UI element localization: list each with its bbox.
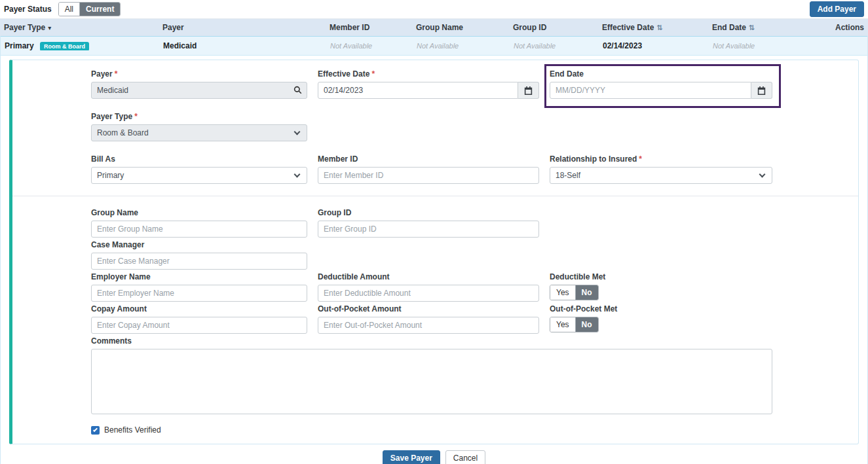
search-icon[interactable] — [293, 86, 302, 94]
end-date-input[interactable] — [550, 82, 751, 99]
sort-icon: ⇅ — [656, 24, 662, 32]
bill-as-label: Bill As — [91, 154, 307, 164]
field-copay-amount: Copay Amount — [91, 304, 307, 334]
effective-date-input[interactable] — [318, 82, 518, 99]
deductible-amount-input[interactable] — [318, 285, 539, 302]
chevron-down-icon — [294, 171, 301, 178]
field-oop-met: Out-of-Pocket Met Yes No — [550, 304, 772, 334]
required-marker: * — [134, 112, 138, 121]
member-id-label: Member ID — [318, 154, 539, 164]
field-relationship: Relationship to Insured* 18-Self — [550, 154, 772, 184]
employer-name-label: Employer Name — [91, 272, 307, 282]
field-bill-as: Bill As Primary — [91, 154, 307, 184]
row-payer: Medicaid — [163, 41, 330, 50]
oop-met-no-button[interactable]: No — [575, 317, 598, 332]
oop-met-label: Out-of-Pocket Met — [550, 304, 772, 314]
column-header-effective-date[interactable]: Effective Date ⇅ — [602, 23, 712, 32]
chevron-down-icon — [294, 129, 301, 135]
payer-status-current-button[interactable]: Current — [79, 3, 120, 16]
deductible-amount-label: Deductible Amount — [318, 272, 539, 282]
end-date-label: End Date — [550, 69, 772, 79]
employer-name-input[interactable] — [91, 285, 307, 302]
row-group-id: Not Available — [514, 42, 603, 50]
payer-details: Payer* Effective Date* — [1, 56, 867, 464]
payer-status-all-button[interactable]: All — [59, 3, 79, 16]
case-manager-input[interactable] — [91, 253, 307, 270]
row-group-name: Not Available — [417, 42, 514, 50]
comments-label: Comments — [91, 336, 772, 346]
row-payer-type-cell: Primary Room & Board — [5, 41, 163, 50]
relationship-label: Relationship to Insured* — [550, 154, 772, 164]
payer-type-select[interactable]: Room & Board — [91, 124, 307, 141]
chevron-down-icon — [759, 171, 766, 178]
column-header-group-id: Group ID — [513, 23, 602, 32]
copay-amount-label: Copay Amount — [91, 304, 307, 314]
sort-icon: ⇅ — [749, 24, 755, 32]
payer-type-label: Payer Type* — [91, 112, 307, 122]
column-header-payer: Payer — [162, 23, 330, 32]
benefits-verified-checkbox[interactable] — [91, 426, 100, 435]
payer-type-select-value: Room & Board — [97, 128, 149, 137]
column-header-member-id: Member ID — [330, 23, 416, 32]
field-deductible-amount: Deductible Amount — [318, 272, 539, 302]
payer-input[interactable] — [91, 82, 307, 99]
field-effective-date: Effective Date* — [318, 69, 539, 99]
column-header-actions: Actions — [822, 23, 864, 32]
column-header-group-name: Group Name — [416, 23, 513, 32]
column-header-payer-type[interactable]: Payer Type ▾ — [4, 23, 162, 32]
case-manager-label: Case Manager — [91, 240, 307, 250]
payer-label: Payer* — [91, 69, 307, 79]
caret-down-icon: ▾ — [48, 24, 51, 31]
field-payer: Payer* — [91, 69, 307, 99]
field-group-name: Group Name — [91, 208, 307, 238]
group-name-label: Group Name — [91, 208, 307, 218]
field-member-id: Member ID — [318, 154, 539, 184]
deductible-met-toggle: Yes No — [550, 285, 599, 300]
relationship-select[interactable]: 18-Self — [550, 167, 772, 184]
group-id-input[interactable] — [318, 221, 539, 238]
form-divider — [12, 196, 858, 196]
row-end-date: Not Available — [713, 42, 823, 50]
field-oop-amount: Out-of-Pocket Amount — [318, 304, 539, 334]
row-payer-type: Primary — [5, 41, 34, 50]
oop-amount-input[interactable] — [318, 317, 539, 334]
oop-met-toggle: Yes No — [550, 317, 599, 332]
benefits-verified-row[interactable]: Benefits Verified — [91, 425, 772, 435]
oop-met-yes-button[interactable]: Yes — [550, 317, 575, 332]
row-member-id: Not Available — [330, 42, 417, 50]
bill-as-select[interactable]: Primary — [91, 167, 307, 184]
benefits-verified-label: Benefits Verified — [104, 425, 161, 435]
group-name-input[interactable] — [91, 221, 307, 238]
payer-management-page: Payer Status All Current Add Payer Payer… — [0, 0, 868, 464]
comments-textarea[interactable] — [91, 349, 772, 414]
calendar-icon[interactable] — [518, 82, 539, 99]
field-end-date: End Date — [550, 69, 772, 99]
field-deductible-met: Deductible Met Yes No — [550, 272, 772, 302]
deductible-met-yes-button[interactable]: Yes — [550, 285, 575, 300]
required-marker: * — [639, 154, 642, 164]
oop-amount-label: Out-of-Pocket Amount — [318, 304, 539, 314]
deductible-met-no-button[interactable]: No — [575, 285, 598, 300]
payer-status-toggle: All Current — [58, 2, 121, 16]
field-group-id: Group ID — [318, 208, 539, 238]
required-marker: * — [115, 69, 118, 79]
effective-date-label: Effective Date* — [318, 69, 539, 79]
payer-table-row[interactable]: Primary Room & Board Medicaid Not Availa… — [1, 36, 867, 56]
relationship-select-value: 18-Self — [556, 171, 580, 180]
save-payer-button[interactable]: Save Payer — [383, 450, 440, 464]
row-effective-date: 02/14/2023 — [603, 41, 713, 50]
calendar-icon[interactable] — [751, 82, 772, 99]
payer-type-badge: Room & Board — [40, 42, 89, 50]
payer-status-label: Payer Status — [4, 5, 52, 14]
bill-as-select-value: Primary — [97, 171, 124, 180]
column-header-end-date[interactable]: End Date ⇅ — [712, 23, 822, 32]
copay-amount-input[interactable] — [91, 317, 307, 334]
group-id-label: Group ID — [318, 208, 539, 218]
add-payer-button[interactable]: Add Payer — [810, 1, 864, 17]
table-header: Payer Type ▾ Payer Member ID Group Name … — [0, 18, 868, 36]
payer-type-header-label: Payer Type — [4, 23, 45, 32]
payer-card: Primary Room & Board Medicaid Not Availa… — [0, 36, 868, 464]
member-id-input[interactable] — [318, 167, 539, 184]
field-employer-name: Employer Name — [91, 272, 307, 302]
cancel-button[interactable]: Cancel — [445, 450, 485, 464]
